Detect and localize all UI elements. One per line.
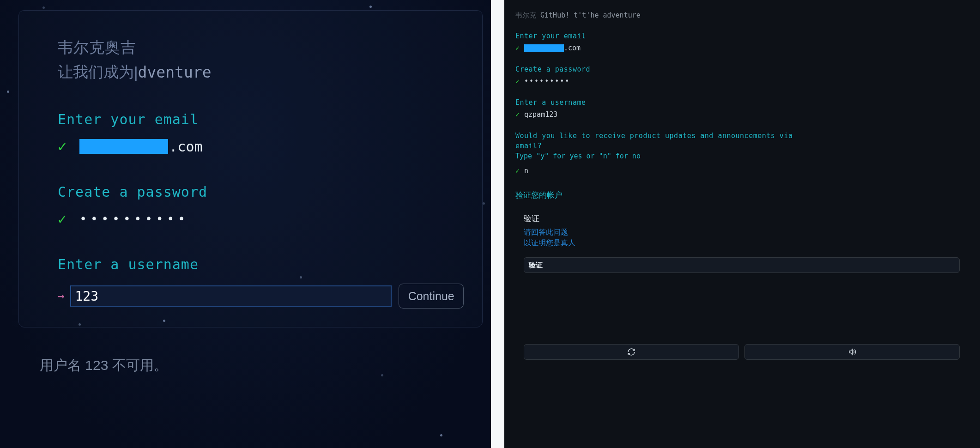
check-icon: ✓ bbox=[515, 110, 520, 119]
email-value: .com bbox=[79, 139, 202, 155]
captcha-instruction-2: 以证明您是真人 bbox=[524, 238, 960, 248]
welcome-prefix: 韦尔克 bbox=[515, 11, 536, 19]
right-username-value: qzpam123 bbox=[524, 110, 557, 119]
greeting-prefix: 让我们成为 bbox=[58, 62, 134, 83]
star-icon bbox=[369, 6, 372, 8]
username-step: Enter a username → Continue bbox=[58, 256, 464, 309]
right-updates-label-2: email? bbox=[515, 142, 968, 150]
check-icon: ✓ bbox=[58, 210, 67, 228]
right-username-block: Enter a username ✓ qzpam123 bbox=[515, 98, 968, 119]
password-value: •••••••••• bbox=[79, 212, 189, 226]
username-error: 用户名 123 不可用。 bbox=[0, 356, 491, 375]
right-email-label: Enter your email bbox=[515, 32, 968, 40]
welcome-main: GitHub! t't'he adventure bbox=[540, 11, 641, 19]
email-suffix: .com bbox=[169, 139, 202, 155]
right-updates-hint: Type "y" for yes or "n" for no bbox=[515, 152, 968, 160]
audio-icon bbox=[848, 348, 856, 356]
star-icon bbox=[483, 202, 485, 205]
check-icon: ✓ bbox=[515, 77, 520, 85]
email-redacted-mask bbox=[524, 44, 564, 52]
captcha-refresh-button[interactable] bbox=[524, 344, 739, 360]
pane-divider bbox=[491, 0, 504, 448]
password-label: Create a password bbox=[58, 184, 464, 200]
star-icon bbox=[79, 323, 81, 326]
right-password-block: Create a password ✓ ••••••••• bbox=[515, 65, 968, 85]
right-updates-value: n bbox=[524, 167, 528, 175]
captcha-verify-button[interactable]: 验证 bbox=[524, 257, 960, 273]
captcha-instruction-1: 请回答此问题 bbox=[524, 228, 960, 237]
verify-section-title: 验证您的帐户 bbox=[515, 190, 968, 200]
refresh-icon bbox=[627, 348, 635, 356]
signup-card: 韦尔克奥吉 让我们成为|dventure Enter your email ✓ … bbox=[18, 10, 483, 327]
right-email-block: Enter your email ✓ .com bbox=[515, 32, 968, 52]
greeting-line-1: 韦尔克奥吉 bbox=[58, 37, 464, 58]
welcome-line: 韦尔克 GitHub! t't'he adventure bbox=[515, 11, 968, 20]
captcha-title: 验证 bbox=[524, 213, 960, 224]
signup-form-panel: 韦尔克奥吉 让我们成为|dventure Enter your email ✓ … bbox=[0, 0, 491, 448]
right-username-label: Enter a username bbox=[515, 98, 968, 107]
check-icon: ✓ bbox=[515, 44, 520, 52]
email-redacted-mask bbox=[79, 139, 168, 154]
verification-panel: 韦尔克 GitHub! t't'he adventure Enter your … bbox=[504, 0, 980, 448]
right-password-label: Create a password bbox=[515, 65, 968, 73]
password-step: Create a password ✓ •••••••••• bbox=[58, 184, 464, 228]
star-icon bbox=[7, 91, 9, 93]
star-icon bbox=[381, 374, 383, 376]
arrow-icon: → bbox=[58, 290, 63, 303]
continue-button[interactable]: Continue bbox=[399, 284, 464, 309]
right-updates-block: Would you like to receive product update… bbox=[515, 132, 968, 175]
check-icon: ✓ bbox=[515, 167, 520, 175]
captcha-box: 验证 请回答此问题 以证明您是真人 验证 bbox=[515, 207, 968, 368]
star-icon bbox=[440, 434, 442, 436]
username-input[interactable] bbox=[71, 286, 391, 306]
captcha-audio-button[interactable] bbox=[744, 344, 960, 360]
right-email-suffix: .com bbox=[564, 44, 581, 52]
right-password-value: ••••••••• bbox=[524, 77, 570, 85]
email-step: Enter your email ✓ .com bbox=[58, 111, 464, 155]
greeting-line-2: 让我们成为|dventure bbox=[58, 62, 464, 83]
greeting-suffix: dventure bbox=[138, 63, 212, 81]
right-email-value: .com bbox=[524, 44, 581, 52]
star-icon bbox=[42, 6, 45, 9]
star-icon bbox=[163, 320, 165, 322]
username-label: Enter a username bbox=[58, 256, 464, 272]
right-updates-label-1: Would you like to receive product update… bbox=[515, 132, 968, 140]
email-label: Enter your email bbox=[58, 111, 464, 127]
typing-cursor: | bbox=[134, 64, 138, 81]
star-icon bbox=[300, 276, 302, 278]
check-icon: ✓ bbox=[58, 138, 67, 155]
